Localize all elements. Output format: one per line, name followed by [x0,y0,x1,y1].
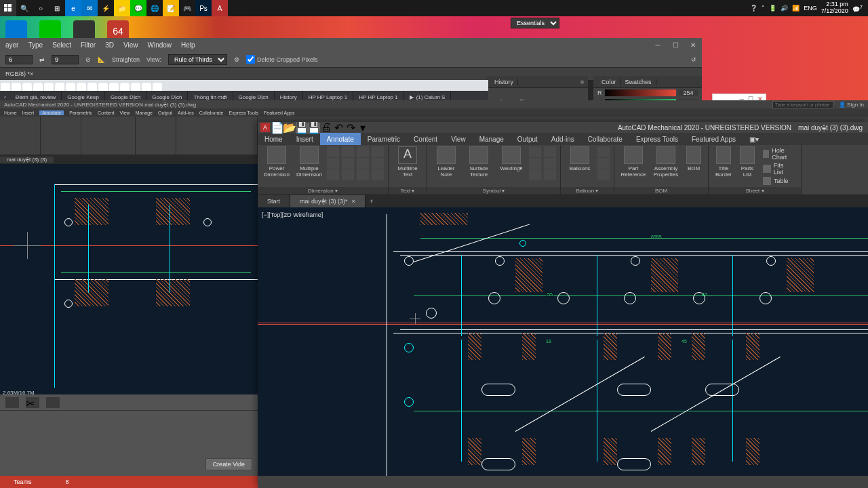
ps-tool-button[interactable] [46,397,60,408]
app-icon[interactable]: 🎮 [179,0,195,16]
close-icon[interactable]: × [352,198,355,205]
tab-parametric[interactable]: Parametric [361,133,407,145]
ps-crop-h[interactable] [52,55,79,64]
r-value[interactable]: 254 [679,89,698,96]
tab-more-icon[interactable]: ▣▾ [743,133,766,145]
acad-menu-item[interactable]: Featured Apps [264,110,295,115]
ribbon-small-button[interactable] [357,146,369,157]
ribbon-small-button[interactable] [597,158,610,169]
part-reference-button[interactable]: Part Reference [618,146,648,178]
leader-note-button[interactable]: Leader Note [431,146,461,178]
bom-button[interactable]: BOM [684,146,704,171]
parts-list-button[interactable]: Parts List [737,146,757,178]
ribbon-group-label[interactable]: Symbol ▾ [427,187,560,195]
acad-menu-item[interactable]: Home [4,110,17,115]
ribbon-small-button[interactable] [327,158,339,169]
ps-delete-cropped[interactable]: Delete Cropped Pixels [246,55,318,64]
acad-menu-item[interactable]: Content [98,110,115,115]
cortana-icon[interactable]: ○ [33,0,49,16]
ribbon-small-button[interactable] [544,169,556,180]
qat-more-icon[interactable]: ▾ [358,123,368,132]
line-icon[interactable]: 💬 [130,0,146,16]
ps-history-tab[interactable]: History [490,79,518,85]
panel-menu-icon[interactable]: ≡ [580,79,584,85]
acad-menu-item[interactable]: Annotate [39,110,64,115]
tab-annotate[interactable]: Annotate [320,133,361,145]
welding-button[interactable]: Welding▾ [496,146,526,171]
ps-create-video-button[interactable]: Create Vide [205,458,252,470]
notifications-icon[interactable]: 💬7 [852,4,863,13]
power-dimension-button[interactable]: Power Dimension [262,146,292,178]
acad-menu-item[interactable]: Output [158,110,172,115]
tray-lang[interactable]: ENG [804,5,817,12]
start-button[interactable] [0,0,16,16]
ribbon-small-button[interactable] [342,146,354,157]
doctab-add[interactable]: + [366,198,378,205]
acad-menu-item[interactable]: Express Tools [229,110,258,115]
tab-insert[interactable]: Insert [290,133,320,145]
ps-menu-layer[interactable]: ayer [5,41,18,49]
ps-maximize-button[interactable]: ☐ [667,38,684,52]
acad-menu-item[interactable]: Insert [22,110,35,115]
signin-button[interactable]: 👤 Sign In [839,102,864,108]
new-icon[interactable]: 📄 [273,123,282,132]
ribbon-group-label[interactable]: BOM [614,187,708,195]
help-icon[interactable]: ❔ [750,5,757,12]
undo-icon[interactable]: ↶ [334,123,343,132]
tray-clock[interactable]: 2:31 pm7/12/2020 [821,1,848,15]
acad-menu-item[interactable]: View [120,110,130,115]
ribbon-small-button[interactable] [372,158,384,169]
ps-overlay-select[interactable]: Rule of Thirds [168,54,227,65]
tab-featured[interactable]: Featured Apps [685,133,743,145]
open-icon[interactable]: 📂 [285,123,294,132]
ps-menu-select[interactable]: Select [52,41,71,49]
ribbon-group-label[interactable]: Dimension ▾ [258,187,388,195]
search-icon[interactable]: 🔍 [16,0,33,16]
wifi-icon[interactable]: 📶 [792,5,800,12]
ps-swatches-tab[interactable]: Swatches [621,79,656,85]
ribbon-group-label[interactable]: Sheet ▾ [709,187,801,195]
ribbon-small-button[interactable] [342,169,354,180]
gear-icon[interactable]: ⚙ [234,56,239,63]
plot-icon[interactable]: 🖨 [321,123,331,132]
autocad-icon[interactable]: A [212,0,228,16]
saveas-icon[interactable]: 💾 [309,123,319,132]
ribbon-small-button[interactable] [357,158,369,169]
ribbon-small-button[interactable] [327,146,339,157]
tab-home[interactable]: Home [258,133,290,145]
explorer-icon[interactable]: 📁 [114,0,130,16]
multiline-text-button[interactable]: AMultiline Text [393,146,422,178]
acad-menu-item[interactable]: Manage [136,110,153,115]
chrome-icon[interactable]: 🌐 [146,0,163,16]
acad-menu-item[interactable]: Add-ins [178,110,194,115]
winamp-icon[interactable]: ⚡ [98,0,114,16]
keep-icon[interactable]: 📝 [163,0,179,16]
task-view-icon[interactable]: ⊞ [49,0,65,16]
swap-icon[interactable]: ⇄ [39,56,45,63]
tab-addins[interactable]: Add-ins [545,133,581,145]
hole-chart-button[interactable]: Hole Chart [760,146,797,161]
ps-menu-filter[interactable]: Filter [81,41,96,49]
surface-texture-button[interactable]: Surface Texture [464,146,494,178]
volume-icon[interactable]: 🔊 [781,5,788,12]
ribbon-small-button[interactable] [342,158,354,169]
ps-straighten[interactable]: Straighten [112,56,140,63]
ribbon-small-button[interactable] [372,169,384,180]
doctab-start[interactable]: Start [258,195,290,207]
edge-icon[interactable]: e [65,0,81,16]
chevron-up-icon[interactable]: ˄ [762,5,765,12]
ribbon-small-button[interactable] [529,146,541,157]
title-border-button[interactable]: Title Border [713,146,734,178]
photoshop-icon[interactable]: Ps [195,0,212,16]
viewport-label[interactable]: [−][Top][2D Wireframe] [262,211,323,218]
ribbon-small-button[interactable] [357,169,369,180]
redo-icon[interactable]: ↷ [346,123,355,132]
ribbon-small-button[interactable] [372,146,384,157]
battery-icon[interactable]: 🔋 [769,5,776,12]
ribbon-small-button[interactable] [529,169,541,180]
ribbon-small-button[interactable] [544,158,556,169]
acad-menu-item[interactable]: Collaborate [199,110,224,115]
teams-notification[interactable]: Teams 8 [0,476,258,488]
acad-canvas[interactable]: [−][Top][2D Wireframe] [258,207,868,476]
clear-icon[interactable]: ⊘ [85,56,91,63]
